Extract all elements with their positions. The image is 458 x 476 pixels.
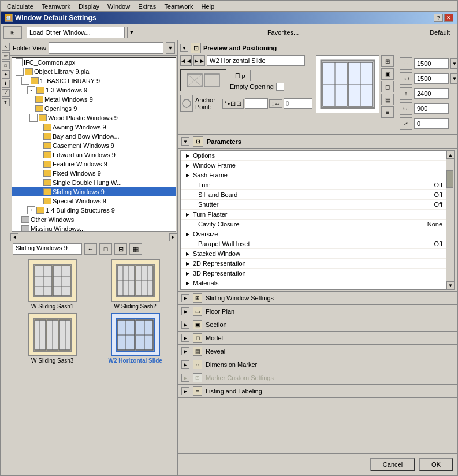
section-reveal-header[interactable]: ▶ ▤ Reveal xyxy=(178,345,457,358)
toggle-dimmarker[interactable]: ▶ xyxy=(181,360,189,369)
param-oversize[interactable]: ▶ Oversize xyxy=(181,229,446,239)
view-grid2-btn[interactable]: ⊞ xyxy=(114,243,127,255)
tree-item-fixed[interactable]: Fixed Windows 9 xyxy=(12,169,176,178)
params-scrollbar[interactable]: ▲ ▼ xyxy=(446,151,454,289)
param-trim[interactable]: Trim Off xyxy=(181,180,446,190)
toggle-listing[interactable]: ▶ xyxy=(181,387,189,395)
scroll-left-btn[interactable]: ◄ xyxy=(10,233,18,241)
tree-item-objlib[interactable]: - Object Library 9.pla xyxy=(12,67,176,76)
param-cavityclosure[interactable]: Cavity Closure None xyxy=(181,220,446,229)
tree-item-feature[interactable]: Feature Windows 9 xyxy=(12,159,176,169)
prev-btn[interactable]: ◄◄ xyxy=(180,55,192,66)
menu-window[interactable]: Window xyxy=(104,2,133,10)
param-sill[interactable]: Sill and Board Off xyxy=(181,190,446,200)
tool-select[interactable]: □ xyxy=(2,61,10,69)
expand-arrow[interactable]: ▶ xyxy=(184,162,191,169)
close-button[interactable]: ✕ xyxy=(444,14,453,22)
folder-dropdown-arrow[interactable]: ▼ xyxy=(166,42,175,54)
section-model-header[interactable]: ▶ ◻ Model xyxy=(178,332,457,344)
tree-item-awning[interactable]: Awning Windows 9 xyxy=(12,122,176,132)
thumbnail-sash1[interactable]: W Sliding Sash1 xyxy=(13,259,92,310)
side-icon-5[interactable]: ≡ xyxy=(381,106,394,118)
section-listing-header[interactable]: ▶ ≡ Listing and Labeling xyxy=(178,385,457,397)
dropdown-arrow[interactable]: ▼ xyxy=(127,27,136,38)
scroll-right-btn[interactable]: ► xyxy=(169,233,177,241)
ok-button[interactable]: OK xyxy=(419,458,453,471)
tree-item-singlehung[interactable]: Single Double Hung W... xyxy=(12,178,176,187)
menu-calculate[interactable]: Calculate xyxy=(3,2,37,10)
param-materials[interactable]: ▶ Materials xyxy=(181,278,446,288)
menu-display[interactable]: Display xyxy=(75,2,103,10)
tree-item-win9[interactable]: - 1.3 Windows 9 xyxy=(12,85,176,95)
tree-item-edwardian[interactable]: Edwardian Windows 9 xyxy=(12,150,176,159)
expand-arrow[interactable]: ▶ xyxy=(184,270,191,277)
thumbnail-sash2[interactable]: W Sliding Sash2 xyxy=(96,259,176,310)
tool-tag[interactable]: T xyxy=(2,98,10,106)
section-dimmarker-header[interactable]: ▶ ↔ Dimension Marker xyxy=(178,358,457,371)
empty-opening-checkbox[interactable] xyxy=(276,83,284,91)
thumbnail-hslide[interactable]: W2 Horizontal Slide xyxy=(96,313,176,364)
anchor-value[interactable] xyxy=(245,98,268,109)
expand-icon[interactable]: - xyxy=(29,114,38,122)
tree-item-baybrow[interactable]: Bay and Bow Window... xyxy=(12,132,176,141)
expand-arrow[interactable]: ▶ xyxy=(184,172,191,178)
tool-arrow[interactable]: ↖ xyxy=(2,43,10,51)
tree-item-openings[interactable]: Openings 9 xyxy=(12,104,176,113)
param-parapet[interactable]: Parapet Wall Inset Off xyxy=(181,239,446,249)
side-icon-4[interactable]: ▤ xyxy=(381,94,394,105)
thumbnail-sash3[interactable]: W Sliding Sash3 xyxy=(13,313,92,364)
view-grid3-btn[interactable]: ▦ xyxy=(129,243,142,255)
expand-arrow[interactable]: ▶ xyxy=(184,230,191,237)
view-single-btn[interactable]: □ xyxy=(99,243,112,255)
expand-arrow[interactable]: ▶ xyxy=(184,250,191,257)
tree-item-basic[interactable]: - 1. BASIC LIBRARY 9 xyxy=(12,76,176,85)
param-options[interactable]: ▶ Options xyxy=(181,151,446,161)
anchor-num[interactable]: 0 xyxy=(284,98,312,109)
dim-input-width1[interactable] xyxy=(414,58,449,69)
scroll-thumb[interactable] xyxy=(446,170,453,188)
side-icon-3[interactable]: ◻ xyxy=(381,81,394,92)
dim-input-offset[interactable] xyxy=(414,118,449,129)
dim-input-height[interactable] xyxy=(414,88,449,99)
load-window-dropdown[interactable]: Load Other Window... xyxy=(27,27,125,38)
scroll-up-btn[interactable]: ▲ xyxy=(446,151,455,159)
param-3drep[interactable]: ▶ 3D Representation xyxy=(181,269,446,278)
param-stacked[interactable]: ▶ Stacked Window xyxy=(181,249,446,259)
expand-icon[interactable]: + xyxy=(27,206,35,214)
tree-item-otherwin[interactable]: Other Windows xyxy=(12,215,176,224)
favorites-button[interactable]: Favorites... xyxy=(265,27,301,38)
toggle-floorplan[interactable]: ▶ xyxy=(181,307,189,315)
tree-item-special[interactable]: Special Windows 9 xyxy=(12,196,176,206)
tree-item-missing[interactable]: Missing Windows... xyxy=(12,224,176,232)
param-windowframe[interactable]: ▶ Window Frame xyxy=(181,161,446,170)
section-markercustom-header[interactable]: ▶ ⊡ Marker Custom Settings xyxy=(178,371,457,384)
side-icon-1[interactable]: ⊞ xyxy=(381,55,394,67)
expand-arrow[interactable]: ▶ xyxy=(184,211,191,218)
tree-item-metal[interactable]: Metal Windows 9 xyxy=(12,95,176,104)
back-btn[interactable]: ← xyxy=(84,243,97,255)
menu-teamwork2[interactable]: Teamwork xyxy=(161,2,196,10)
param-shutter[interactable]: Shutter Off xyxy=(181,200,446,210)
expand-icon[interactable]: - xyxy=(21,77,29,85)
expand-icon[interactable]: - xyxy=(16,68,24,76)
tree-item-building[interactable]: + 1.4 Building Structures 9 xyxy=(12,206,176,215)
toggle-sliding[interactable]: ▶ xyxy=(181,294,189,302)
help-button[interactable]: ? xyxy=(434,14,443,22)
expand-icon[interactable]: - xyxy=(27,86,35,94)
scroll-down-btn[interactable]: ▼ xyxy=(446,281,455,289)
h-scrollbar[interactable]: ◄ ► xyxy=(10,233,177,241)
expand-arrow[interactable]: ▶ xyxy=(184,280,191,287)
param-turnplaster[interactable]: ▶ Turn Plaster xyxy=(181,210,446,220)
params-toggle[interactable]: ▼ xyxy=(181,137,189,146)
toggle-section[interactable]: ▶ xyxy=(181,321,189,329)
toggle-model[interactable]: ▶ xyxy=(181,334,189,342)
section-floorplan-header[interactable]: ▶ ▭ Floor Plan xyxy=(178,305,457,318)
next-btn[interactable]: ►► xyxy=(193,55,205,66)
dim-arrow-width2[interactable]: ▼ xyxy=(450,73,457,84)
window-type-dropdown[interactable]: Sliding Windows 9 xyxy=(13,243,82,255)
preview-toggle[interactable]: ▼ xyxy=(180,44,188,52)
menu-extras[interactable]: Extras xyxy=(135,2,159,10)
param-2drep[interactable]: ▶ 2D Representation xyxy=(181,259,446,269)
tree-item-casement[interactable]: Casement Windows 9 xyxy=(12,141,176,150)
tool-info[interactable]: ℹ xyxy=(2,80,10,88)
